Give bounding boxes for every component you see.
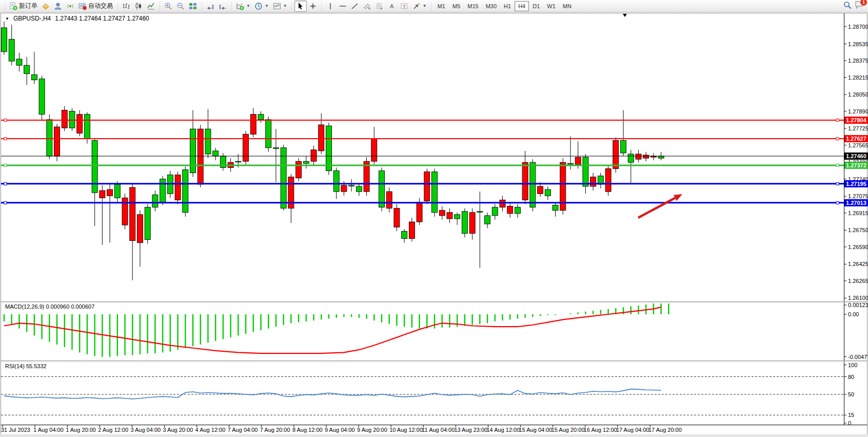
tab-timeframe-MN[interactable]: MN [559,1,575,11]
zoom-in-button[interactable] [162,1,174,12]
indicators-icon [236,2,244,10]
bar-chart-button[interactable] [120,1,132,12]
auto-scroll-button[interactable] [204,1,216,12]
svg-text:1.28215: 1.28215 [848,74,868,81]
svg-text:15 Aug 20:00: 15 Aug 20:00 [551,427,585,433]
new-order-button[interactable]: 新订单 [7,1,40,12]
chart-canvas[interactable]: 1.287001.285351.283751.282151.280501.278… [0,0,868,437]
svg-text:16 Aug 12:00: 16 Aug 12:00 [584,427,617,433]
candle [39,75,45,120]
main-toolbar: 新订单 自动交易 [0,0,868,12]
fibonacci-tool-button[interactable]: F [373,1,386,12]
autotrading-icon [78,2,87,10]
tile-windows-button[interactable] [187,1,199,12]
toolbar-drag-handle[interactable] [116,2,119,10]
svg-text:1.27565: 1.27565 [848,142,868,148]
tab-timeframe-H4[interactable]: H4 [515,1,529,11]
tile-windows-icon [189,2,197,10]
svg-text:1.28535: 1.28535 [848,41,868,47]
candle [326,123,331,175]
channel-tool-button[interactable]: E [361,1,373,12]
collapse-triangle-icon[interactable]: ▼ [5,16,9,21]
svg-text:17 Aug 20:00: 17 Aug 20:00 [648,427,682,433]
price-axis-label-1.27372: 1.27372 [844,162,868,169]
chevron-down-icon: ▼ [283,4,287,8]
candle [417,198,422,225]
candle [145,204,150,243]
chevron-down-icon: ▼ [265,4,269,8]
signals-button[interactable] [64,1,76,12]
tab-timeframe-W1[interactable]: W1 [543,1,559,11]
tab-timeframe-H1[interactable]: H1 [500,1,515,11]
price-axis-label-1.27627: 1.27627 [844,135,868,142]
periods-button[interactable]: ▼ [252,1,271,12]
trendline-tool-button[interactable] [349,1,361,12]
svg-text:E: E [368,7,370,10]
svg-text:8 Aug 12:00: 8 Aug 12:00 [292,427,323,433]
toolbar-drag-handle[interactable] [430,2,432,10]
price-axis-label-1.27013: 1.27013 [844,199,868,206]
text-tool-button[interactable]: A [386,1,398,12]
toolbar-drag-handle[interactable] [201,2,203,10]
svg-text:1.28700: 1.28700 [848,24,868,30]
tab-timeframe-M15[interactable]: M15 [464,1,482,11]
vertical-line-tool-button[interactable] [324,1,337,12]
svg-text:7 Aug 20:00: 7 Aug 20:00 [260,427,290,433]
tab-timeframe-D1[interactable]: D1 [529,1,543,11]
candle [266,117,271,152]
toolbar-drag-handle[interactable] [291,2,293,10]
tab-timeframe-M30[interactable]: M30 [482,1,500,11]
mt4-window: 新订单 自动交易 [0,0,868,437]
market-watch-button[interactable] [40,1,52,12]
chart-shift-button[interactable] [216,1,229,12]
templates-button[interactable]: ▼ [271,1,289,12]
svg-text:1.27075: 1.27075 [848,193,868,199]
svg-text:9 Aug 20:00: 9 Aug 20:00 [357,427,387,433]
rsi-indicator-label: RSI(14) 55.5332 [5,363,47,369]
arrows-icon [412,2,421,10]
svg-text:1.26265: 1.26265 [848,278,868,284]
candle [424,168,430,204]
svg-text:7 Aug 04:00: 7 Aug 04:00 [228,427,258,433]
candle [462,208,467,238]
candle [560,158,566,215]
crosshair-icon [309,2,317,10]
svg-text:1.27725: 1.27725 [848,125,868,131]
svg-text:15: 15 [848,412,854,418]
svg-text:9 Aug 04:00: 9 Aug 04:00 [325,427,355,433]
zoom-out-button[interactable] [174,1,187,12]
candle [69,108,75,131]
svg-text:1.26590: 1.26590 [848,244,868,250]
svg-text:80: 80 [848,374,854,380]
chart-title: ▼ GBPUSD-,H4 1.27443 1.27464 1.27427 1.2… [5,15,149,22]
svg-text:1.26915: 1.26915 [848,210,868,216]
arrows-tool-button[interactable]: ▼ [410,1,429,12]
svg-text:1.27890: 1.27890 [848,108,868,115]
price-axis-label-1.27195: 1.27195 [844,180,868,187]
tab-timeframe-M1[interactable]: M1 [434,1,449,11]
indicators-button[interactable]: ▼ [234,1,252,12]
profile-button[interactable] [52,1,64,12]
toolbar-drag-handle[interactable] [230,2,232,10]
autotrading-button[interactable]: 自动交易 [76,1,115,12]
horizontal-line-tool-button[interactable] [337,1,349,12]
search-icon[interactable] [843,1,852,11]
crosshair-tool-button[interactable] [307,1,319,12]
toolbar-drag-handle[interactable] [159,2,161,10]
notifications-button[interactable]: 1 [855,1,864,11]
svg-text:1.28050: 1.28050 [848,91,868,98]
chevron-down-icon: ▼ [423,4,427,8]
toolbar-drag-handle[interactable] [4,2,6,10]
market-watch-icon [42,2,50,10]
svg-text:15 Aug 04:00: 15 Aug 04:00 [519,427,553,433]
label-tool-button[interactable]: T [398,1,410,12]
tab-timeframe-M5[interactable]: M5 [449,1,464,11]
candle [47,115,52,159]
toolbar-drag-handle[interactable] [321,2,323,10]
candle [364,157,369,196]
cursor-tool-button[interactable] [294,1,307,12]
line-chart-button[interactable] [145,1,157,12]
svg-text:1.26100: 1.26100 [848,295,868,301]
macd-indicator-label: MACD(12,26,9) 0.000960 0.000607 [5,303,94,310]
candlestick-button[interactable] [132,1,145,12]
